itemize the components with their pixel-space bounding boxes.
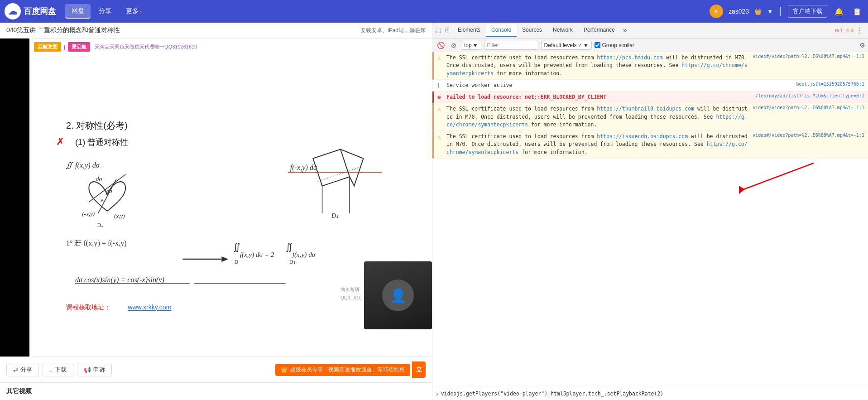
svg-text:f(x,y) dσ = 2: f(x,y) dσ = 2 — [240, 251, 274, 259]
red-arrow-area — [432, 159, 868, 195]
ssl-link-symantec-3[interactable]: https://g.co/chrome/symantecpkicerts — [446, 141, 748, 155]
warn-count-badge[interactable]: ⚠ 3 — [845, 28, 854, 34]
svg-marker-37 — [739, 186, 745, 194]
video-container: 启航龙图 | 爱启航 天淘宝天周鱼天微信天代理唯一QQ319261610 2. … — [0, 39, 432, 357]
svg-text:(-x,y): (-x,y) — [82, 210, 95, 217]
ssl-link-pcs[interactable]: https://pcs.baidu.com — [597, 54, 662, 61]
context-selector[interactable]: top ▼ — [461, 41, 481, 50]
svg-text:(x,y): (x,y) — [114, 212, 125, 219]
notification-icon[interactable]: 🔔 — [833, 5, 845, 18]
devtools-inspect-button[interactable]: ⊡ — [443, 26, 451, 34]
message-icon[interactable]: 📋 — [851, 5, 863, 18]
watermark-logo: 启航龙图 | 爱启航 — [34, 42, 90, 52]
console-text-ssl-thumb: The SSL certificate used to load resourc… — [446, 105, 750, 129]
svg-marker-21 — [221, 256, 228, 262]
install-hint: 安装安卓、iPad端，躺在床 — [360, 27, 426, 34]
devtools-more-tabs-button[interactable]: » — [620, 26, 630, 34]
svg-text:f(x,y) dσ: f(x,y) dσ — [75, 161, 100, 169]
svg-text:www.xrkky.com: www.xrkky.com — [127, 304, 171, 311]
svg-text:f(-x,y) dσ: f(-x,y) dσ — [290, 164, 317, 172]
group-similar-checkbox-label[interactable]: Group similar — [595, 42, 634, 48]
log-level-check-icon: ✓ — [578, 42, 582, 48]
console-line-ref-3[interactable]: video#/video?path=%2..E6%80%A7.mp4&t=-1:… — [753, 133, 864, 138]
report-icon: 📢 — [84, 366, 91, 373]
nav-tab-share[interactable]: 分享 — [92, 5, 118, 18]
line-ref-link-1[interactable]: video#/video?path=%2..E6%80%A7.mp4&t=-1:… — [753, 54, 864, 59]
svg-text:∬: ∬ — [286, 242, 293, 252]
line-ref-link-3[interactable]: video#/video?path=%2..E6%80%A7.mp4&t=-1:… — [753, 133, 864, 138]
ssl-link-thumb[interactable]: https://thumbnail0.baidupcs.com — [597, 106, 694, 112]
tab-network[interactable]: Network — [547, 24, 578, 37]
svg-text:f(x,y) dσ: f(x,y) dσ — [293, 251, 316, 259]
clear-console-button[interactable]: 🚫 — [435, 41, 446, 50]
devtools-settings-button[interactable]: ⋮ — [854, 26, 866, 35]
svg-text:∬: ∬ — [233, 242, 240, 252]
warn-icon-3: ⚠ — [437, 133, 444, 140]
context-dropdown-icon: ▼ — [473, 42, 478, 48]
line-ref-link-2[interactable]: video#/video?path=%2..E6%80%A7.mp4&t=-1:… — [753, 105, 864, 110]
ssl-link-issue[interactable]: https://issuecdn.baidupcs.com — [597, 133, 688, 140]
watermark-bar: 启航龙图 | 爱启航 天淘宝天周鱼天微信天代理唯一QQ319261610 — [29, 42, 432, 52]
log-level-dropdown-icon: ▼ — [583, 42, 589, 48]
share-icon: ⇄ — [13, 366, 18, 373]
line-ref-link-feproxy[interactable]: /feproxy/ad/list?lis.MzU=&clienttype=0:1 — [755, 93, 864, 98]
svg-text:✗: ✗ — [56, 136, 64, 147]
avatar: ☀ — [710, 5, 723, 18]
nav-logo: ☁ 百度网盘 — [5, 3, 56, 19]
dropdown-icon[interactable]: ▼ — [767, 8, 773, 15]
console-filter-toggle[interactable]: ⊘ — [449, 41, 458, 50]
console-line-ref-2[interactable]: video#/video?path=%2..E6%80%A7.mp4&t=-1:… — [753, 105, 864, 110]
group-similar-checkbox[interactable] — [595, 42, 600, 48]
info-icon-sw: ℹ — [437, 82, 444, 89]
console-text-ssl-pcs: The SSL certificate used to load resourc… — [446, 54, 750, 77]
video-bottom-bar: ⇄ 分享 ↓ 下载 📢 申诉 👑 超级会员专享「视频高速播放通道」等15项特权 … — [0, 357, 432, 382]
download-button[interactable]: ↓ 下载 — [43, 363, 73, 376]
tab-elements[interactable]: Elements — [452, 24, 486, 37]
svg-text:dσ: dσ — [96, 175, 102, 183]
svg-text:dσ cos(x)sin(y) = cos(-x)sin(y: dσ cos(x)sin(y) = cos(-x)sin(y) — [75, 276, 164, 284]
logo-text: 百度网盘 — [24, 6, 56, 17]
top-nav: ☁ 百度网盘 网盘 分享 更多● ☀ zas023 👑 ▼ 客户端下载 🔔 📋 — [0, 0, 868, 23]
nav-tab-wangpan[interactable]: 网盘 — [65, 4, 91, 19]
console-entry-service-worker: ℹ Service worker active boot.js?t=152592… — [432, 80, 868, 92]
console-line-ref-1[interactable]: video#/video?path=%2..E6%80%A7.mp4&t=-1:… — [753, 54, 864, 59]
video-title: 040第五讲 二重积分的概念和普通对称性 — [6, 26, 120, 34]
video-header: 040第五讲 二重积分的概念和普通对称性 安装安卓、iPad端，躺在床 — [0, 23, 432, 39]
error-count-badge[interactable]: ⊗ 1 — [835, 28, 843, 34]
console-settings-icon[interactable]: ⚙ — [859, 42, 865, 49]
svg-text:B: B — [101, 198, 104, 203]
console-line-ref-feproxy[interactable]: /feproxy/ad/list?lis.MzU=&clienttype=0:1 — [755, 93, 864, 98]
error-icon-feproxy: ⊗ — [437, 94, 444, 101]
share-button[interactable]: ⇄ 分享 — [6, 363, 39, 376]
console-input-line: › videojs.getPlayers("video-player").htm… — [432, 387, 868, 400]
tab-performance[interactable]: Performance — [578, 24, 620, 37]
console-output[interactable]: ⚠ The SSL certificate used to load resou… — [432, 52, 868, 387]
svg-text:D₁: D₁ — [97, 222, 104, 228]
console-text-error: Failed to load resource: net::ERR_BLOCKE… — [446, 93, 753, 101]
error-icon: ⊗ — [835, 28, 839, 34]
nav-right: ☀ zas023 👑 ▼ 客户端下载 🔔 📋 — [710, 5, 863, 18]
devtools-errors: ⊗ 1 ⚠ 3 — [835, 28, 854, 34]
devtools-undock-button[interactable]: ⬚ — [434, 26, 442, 34]
svg-line-36 — [741, 163, 814, 190]
tab-console[interactable]: Console — [486, 24, 517, 37]
client-download-button[interactable]: 客户端下载 — [788, 5, 827, 18]
vip-promo-bar[interactable]: 👑 超级会员专享「视频高速播放通道」等15项特权 — [275, 364, 410, 376]
black-strip-left — [0, 39, 29, 357]
line-ref-link-sw[interactable]: boot.js?t=1525920575766:1 — [796, 82, 864, 87]
log-level-selector[interactable]: Default levels ✓ ▼ — [541, 41, 592, 50]
svg-text:∬: ∬ — [66, 161, 74, 169]
console-input-text[interactable]: videojs.getPlayers("video-player").html5… — [441, 390, 664, 397]
console-toolbar: 🚫 ⊘ top ▼ Default levels ✓ ▼ Group simil… — [432, 39, 868, 52]
nav-tab-more[interactable]: 更多● — [120, 5, 148, 18]
ssl-link-symantec-1[interactable]: https://g.co/chrome/symantecpkicerts — [446, 62, 748, 76]
devtools-panel: ⬚ ⊡ Elements Console Sources Network Per… — [432, 23, 868, 400]
ssl-link-symantec-2[interactable]: https://g.co/chrome/symantecpkicerts — [446, 114, 748, 128]
report-button[interactable]: 📢 申诉 — [77, 363, 112, 376]
tab-sources[interactable]: Sources — [517, 24, 547, 37]
vip-corner-btn[interactable]: 立 — [412, 361, 426, 378]
filter-input[interactable] — [484, 41, 538, 50]
console-line-ref-sw[interactable]: boot.js?t=1525920575766:1 — [796, 82, 864, 87]
video-placeholder[interactable]: 启航龙图 | 爱启航 天淘宝天周鱼天微信天代理唯一QQ319261610 2. … — [29, 39, 432, 357]
svg-text:向⊕考研: 向⊕考研 — [340, 287, 360, 292]
